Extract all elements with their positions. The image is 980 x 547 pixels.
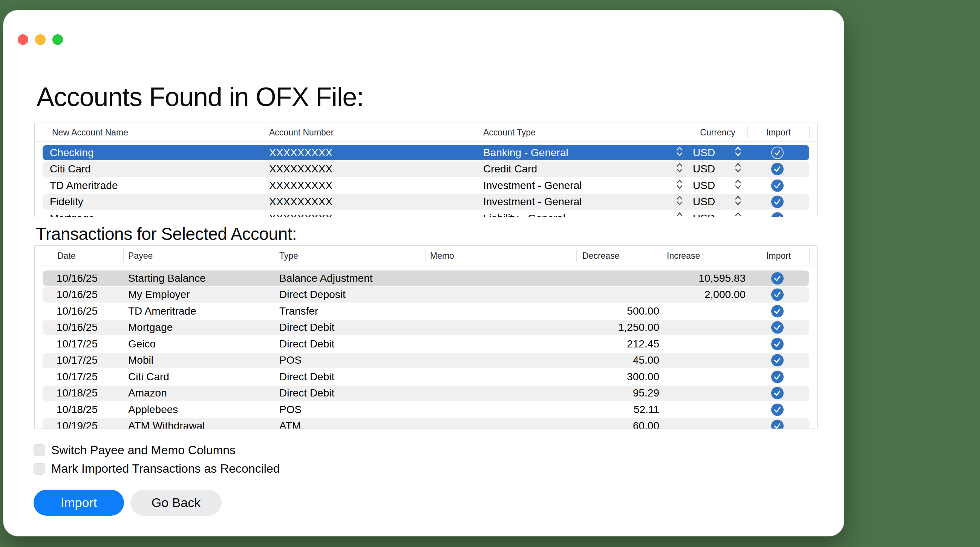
transaction-date: 10/16/25 xyxy=(57,273,98,284)
import-checkbox-checked[interactable] xyxy=(771,179,784,191)
import-checkbox-checked[interactable] xyxy=(771,163,784,175)
zoom-window-button[interactable] xyxy=(52,34,63,45)
account-row-checking[interactable]: CheckingXXXXXXXXXBanking - GeneralUSD xyxy=(43,145,809,160)
account-type-stepper[interactable] xyxy=(676,147,682,159)
checkmark-glyph xyxy=(772,387,783,400)
transaction-date: 10/17/25 xyxy=(57,371,98,383)
transaction-row-starting-balance[interactable]: 10/16/25Starting BalanceBalance Adjustme… xyxy=(43,271,809,286)
up-down-chevrons-icon xyxy=(676,179,682,189)
import-checkbox-checked[interactable] xyxy=(771,354,784,367)
checkbox-unchecked[interactable] xyxy=(33,463,45,475)
account-type: Banking - General xyxy=(483,147,568,159)
transaction-row-geico[interactable]: 10/17/25GeicoDirect Debit212.45 xyxy=(43,336,809,352)
account-number: XXXXXXXXX xyxy=(269,180,332,191)
import-checkbox-checked[interactable] xyxy=(771,212,784,217)
import-checkbox-checked[interactable] xyxy=(771,370,784,383)
up-down-chevrons-icon xyxy=(676,163,682,173)
account-type: Credit Card xyxy=(483,163,537,175)
account-type-stepper[interactable] xyxy=(676,196,682,208)
transaction-payee: Mortgage xyxy=(128,321,173,333)
transaction-type: Transfer xyxy=(279,305,318,317)
option-label: Switch Payee and Memo Columns xyxy=(51,443,235,457)
transaction-decrease: 45.00 xyxy=(633,354,659,366)
import-checkbox-checked[interactable] xyxy=(771,387,784,400)
checkmark-glyph xyxy=(772,321,783,334)
transaction-row-mobil[interactable]: 10/17/25MobilPOS45.00 xyxy=(43,353,809,368)
account-type-stepper[interactable] xyxy=(676,212,682,217)
transaction-row-td-ameritrade[interactable]: 10/16/25TD AmeritradeTransfer500.00 xyxy=(43,303,809,319)
transaction-date: 10/16/25 xyxy=(57,321,98,333)
up-down-chevrons-icon xyxy=(735,147,741,156)
account-number: XXXXXXXXX xyxy=(269,147,332,159)
transaction-date: 10/18/25 xyxy=(57,403,98,416)
minimize-window-button[interactable] xyxy=(35,34,46,45)
account-row-fidelity[interactable]: FidelityXXXXXXXXXInvestment - GeneralUSD xyxy=(43,194,809,210)
transaction-row-citi-card[interactable]: 10/17/25Citi CardDirect Debit300.00 xyxy=(43,369,809,384)
currency-stepper[interactable] xyxy=(735,163,741,175)
transaction-payee: Mobil xyxy=(128,354,153,366)
transaction-row-applebees[interactable]: 10/18/25ApplebeesPOS52.11 xyxy=(43,402,809,417)
import-checkbox-checked[interactable] xyxy=(771,272,784,284)
transaction-type: ATM xyxy=(279,420,301,429)
import-checkbox-checked[interactable] xyxy=(771,403,784,416)
import-checkbox-checked[interactable] xyxy=(771,196,784,208)
checkmark-glyph xyxy=(772,338,783,350)
account-name: Mortgage xyxy=(50,212,94,218)
transaction-type: Direct Debit xyxy=(279,338,334,350)
import-checkbox-checked[interactable] xyxy=(771,338,784,350)
checkmark-glyph xyxy=(772,403,783,416)
account-type-stepper[interactable] xyxy=(676,179,682,191)
checkmark-glyph xyxy=(772,147,783,159)
currency-value: USD xyxy=(693,212,715,218)
checkmark-glyph xyxy=(772,305,783,317)
option-switch-payee-memo[interactable]: Switch Payee and Memo Columns xyxy=(33,443,235,457)
account-type-stepper[interactable] xyxy=(676,163,682,175)
transaction-row-mortgage[interactable]: 10/16/25MortgageDirect Debit1,250.00 xyxy=(43,320,809,335)
up-down-chevrons-icon xyxy=(735,163,741,173)
currency-stepper[interactable] xyxy=(735,179,741,191)
transaction-row-atm-withdrawal[interactable]: 10/19/25ATM WithdrawalATM60.00 xyxy=(43,418,809,429)
transaction-row-amazon[interactable]: 10/18/25AmazonDirect Debit95.29 xyxy=(43,386,809,401)
currency-stepper[interactable] xyxy=(735,212,741,217)
transaction-increase: 10,595.83 xyxy=(698,273,746,284)
up-down-chevrons-icon xyxy=(735,179,741,189)
transaction-payee: TD Ameritrade xyxy=(128,305,196,317)
checkmark-glyph xyxy=(772,289,783,301)
transaction-decrease: 60.00 xyxy=(633,420,659,429)
account-name: Fidelity xyxy=(50,196,83,208)
go-back-button[interactable]: Go Back xyxy=(130,490,222,516)
account-row-mortgage[interactable]: MortgageXXXXXXXXXLiability - GeneralUSD xyxy=(43,211,809,217)
currency-stepper[interactable] xyxy=(735,196,741,208)
account-name: Citi Card xyxy=(50,163,91,175)
transactions-heading: Transactions for Selected Account: xyxy=(36,224,297,244)
import-checkbox-checked[interactable] xyxy=(771,305,784,317)
option-label: Mark Imported Transactions as Reconciled xyxy=(51,462,280,476)
import-checkbox-checked[interactable] xyxy=(771,289,784,301)
transaction-payee: ATM Withdrawal xyxy=(128,420,205,429)
transaction-decrease: 52.11 xyxy=(633,403,659,416)
checkbox-unchecked[interactable] xyxy=(33,444,45,456)
import-checkbox-checked[interactable] xyxy=(771,147,784,159)
window-controls xyxy=(18,34,63,45)
transaction-type: Direct Debit xyxy=(279,387,334,399)
transaction-payee: My Employer xyxy=(128,289,189,301)
currency-value: USD xyxy=(693,163,715,175)
transaction-decrease: 300.00 xyxy=(627,371,659,383)
import-button[interactable]: Import xyxy=(33,490,124,516)
checkmark-glyph xyxy=(772,179,783,191)
checkmark-glyph xyxy=(772,420,783,429)
option-mark-reconciled[interactable]: Mark Imported Transactions as Reconciled xyxy=(33,462,280,476)
accounts-table: New Account Name Account Number Account … xyxy=(34,123,818,217)
transaction-decrease: 500.00 xyxy=(627,305,659,317)
import-checkbox-checked[interactable] xyxy=(771,321,784,334)
account-number: XXXXXXXXX xyxy=(269,163,332,175)
import-checkbox-checked[interactable] xyxy=(771,420,784,429)
transaction-date: 10/16/25 xyxy=(57,289,98,301)
currency-stepper[interactable] xyxy=(735,147,741,159)
transaction-type: POS xyxy=(279,403,302,416)
close-window-button[interactable] xyxy=(18,34,28,45)
checkmark-glyph xyxy=(772,354,783,367)
account-row-td-ameritrade[interactable]: TD AmeritradeXXXXXXXXXInvestment - Gener… xyxy=(43,178,809,193)
transaction-row-my-employer[interactable]: 10/16/25My EmployerDirect Deposit2,000.0… xyxy=(43,287,809,303)
account-row-citi-card[interactable]: Citi CardXXXXXXXXXCredit CardUSD xyxy=(43,161,809,177)
